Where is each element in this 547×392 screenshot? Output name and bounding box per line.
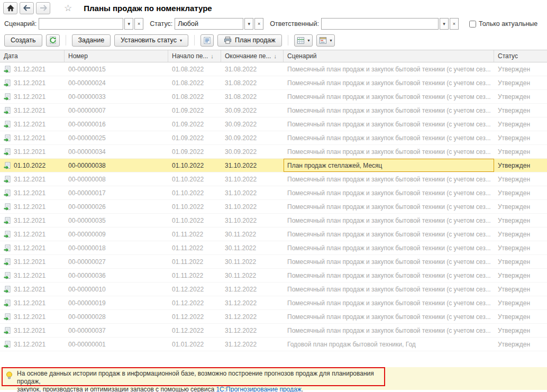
cell-start[interactable]: 01.12.2022 [168,282,221,296]
table-row[interactable]: 31.12.2021 00-00000033 01.08.2022 31.08.… [0,90,547,104]
task-button[interactable]: Задание [72,34,111,47]
cell-date[interactable]: 31.12.2021 [0,214,65,227]
cell-scenario[interactable]: Помесячный план продаж и закупок бытовой… [284,117,494,131]
cell-scenario[interactable]: Помесячный план продаж и закупок бытовой… [284,186,494,199]
cell-number[interactable]: 00-00000017 [65,186,168,199]
cell-start[interactable]: 01.09.2022 [168,145,221,158]
cell-number[interactable]: 00-00000036 [65,269,168,282]
status-clear-button[interactable]: × [254,18,263,30]
cell-start[interactable]: 01.12.2022 [168,296,221,309]
table-row[interactable]: 31.12.2021 00-00000024 01.08.2022 31.08.… [0,76,547,90]
cell-start[interactable]: 01.09.2022 [168,117,221,131]
cell-start[interactable]: 01.11.2022 [168,241,221,254]
cell-scenario[interactable]: Помесячный план продаж и закупок бытовой… [284,310,494,323]
cell-status[interactable]: Утвержден [494,145,547,158]
set-status-button[interactable]: Установить статус ▾ [114,34,188,47]
cell-date[interactable]: 31.12.2021 [0,145,65,158]
cell-date[interactable]: 31.12.2021 [0,282,65,296]
cell-end[interactable]: 30.09.2022 [221,145,284,158]
table-row[interactable]: 31.12.2021 00-00000034 01.09.2022 30.09.… [0,145,547,159]
table-row[interactable]: 31.12.2021 00-00000009 01.11.2022 30.11.… [0,227,547,241]
cell-status[interactable]: Утвержден [494,76,547,89]
cell-status[interactable]: Утвержден [494,296,547,309]
table-row[interactable]: 31.12.2021 00-00000026 01.10.2022 31.10.… [0,200,547,214]
cell-status[interactable]: Утвержден [494,227,547,241]
responsible-dropdown-button[interactable]: ▾ [440,18,449,30]
cell-scenario[interactable]: Годовой план продаж бытовой техники, Год [284,338,494,351]
cell-number[interactable]: 00-00000037 [65,324,168,337]
column-header[interactable]: Номер [65,50,168,62]
table-row[interactable]: 31.12.2021 00-00000001 01.01.2022 31.12.… [0,338,547,351]
forecast-service-link[interactable]: 1С:Прогнозирование продаж [216,386,301,392]
cell-end[interactable]: 31.10.2022 [221,172,284,186]
output-list-button[interactable]: ▾ [294,34,313,47]
cell-start[interactable]: 01.10.2022 [168,172,221,186]
cell-scenario[interactable]: Помесячный план продаж и закупок бытовой… [284,227,494,241]
favorite-star-icon[interactable]: ☆ [61,3,75,13]
report-button[interactable] [200,34,214,47]
cell-status[interactable]: Утвержден [494,310,547,323]
create-button[interactable]: Создать [4,34,42,47]
cell-scenario[interactable]: Помесячный план продаж и закупок бытовой… [284,90,494,103]
cell-end[interactable]: 31.08.2022 [221,90,284,103]
status-dropdown-button[interactable]: ▾ [244,18,253,30]
cell-scenario[interactable]: Помесячный план продаж и закупок бытовой… [284,131,494,144]
cell-start[interactable]: 01.11.2022 [168,227,221,241]
table-row[interactable]: 31.12.2021 00-00000037 01.12.2022 31.12.… [0,324,547,338]
cell-number[interactable]: 00-00000001 [65,338,168,351]
cell-scenario[interactable]: Помесячный план продаж и закупок бытовой… [284,214,494,227]
cell-status[interactable]: Утвержден [494,117,547,131]
table-row[interactable]: 31.12.2021 00-00000015 01.08.2022 31.08.… [0,62,547,76]
cell-status[interactable]: Утвержден [494,200,547,213]
cell-number[interactable]: 00-00000007 [65,104,168,117]
table-row[interactable]: 31.12.2021 00-00000008 01.10.2022 31.10.… [0,172,547,186]
cell-date[interactable]: 31.12.2021 [0,296,65,309]
cell-status[interactable]: Утвержден [494,62,547,76]
table-row[interactable]: 31.12.2021 00-00000028 01.12.2022 31.12.… [0,310,547,324]
cell-end[interactable]: 30.09.2022 [221,117,284,131]
cell-status[interactable]: Утвержден [494,104,547,117]
responsible-clear-button[interactable]: × [450,18,459,30]
change-form-button[interactable]: ▾ [316,34,335,47]
cell-status[interactable]: Утвержден [494,214,547,227]
cell-number[interactable]: 00-00000026 [65,200,168,213]
cell-start[interactable]: 01.09.2022 [168,131,221,144]
cell-number[interactable]: 00-00000024 [65,76,168,89]
cell-status[interactable]: Утвержден [494,172,547,186]
cell-number[interactable]: 00-00000025 [65,131,168,144]
cell-end[interactable]: 31.10.2022 [221,214,284,227]
cell-start[interactable]: 01.08.2022 [168,62,221,76]
cell-start[interactable]: 01.10.2022 [168,159,221,172]
cell-start[interactable]: 01.11.2022 [168,255,221,268]
cell-number[interactable]: 00-00000016 [65,117,168,131]
cell-date[interactable]: 31.12.2021 [0,200,65,213]
cell-end[interactable]: 31.12.2022 [221,282,284,296]
column-header[interactable]: Сценарий [284,50,494,62]
cell-end[interactable]: 31.10.2022 [221,159,284,172]
cell-date[interactable]: 31.12.2021 [0,76,65,89]
cell-status[interactable]: Утвержден [494,324,547,337]
cell-start[interactable]: 01.08.2022 [168,76,221,89]
cell-date[interactable]: 31.12.2021 [0,117,65,131]
cell-number[interactable]: 00-00000028 [65,310,168,323]
responsible-filter-input[interactable] [321,18,439,30]
cell-scenario[interactable]: Помесячный план продаж и закупок бытовой… [284,145,494,158]
only-actual-checkbox[interactable] [469,21,476,28]
cell-date[interactable]: 01.10.2022 [0,159,65,172]
scenario-dropdown-button[interactable]: ▾ [124,18,133,30]
cell-date[interactable]: 31.12.2021 [0,324,65,337]
cell-status[interactable]: Утвержден [494,282,547,296]
table-row[interactable]: 31.12.2021 00-00000027 01.11.2022 30.11.… [0,255,547,269]
table-row[interactable]: 31.12.2021 00-00000036 01.11.2022 30.11.… [0,269,547,282]
cell-scenario[interactable]: Помесячный план продаж и закупок бытовой… [284,172,494,186]
cell-scenario[interactable]: План продаж стеллажей, Месяц [284,159,494,172]
cell-start[interactable]: 01.11.2022 [168,269,221,282]
scenario-filter-input[interactable] [39,18,123,30]
cell-scenario[interactable]: Помесячный план продаж и закупок бытовой… [284,241,494,254]
cell-end[interactable]: 30.09.2022 [221,104,284,117]
cell-start[interactable]: 01.10.2022 [168,214,221,227]
cell-end[interactable]: 31.08.2022 [221,62,284,76]
cell-status[interactable]: Утвержден [494,186,547,199]
cell-end[interactable]: 31.10.2022 [221,186,284,199]
cell-date[interactable]: 31.12.2021 [0,186,65,199]
